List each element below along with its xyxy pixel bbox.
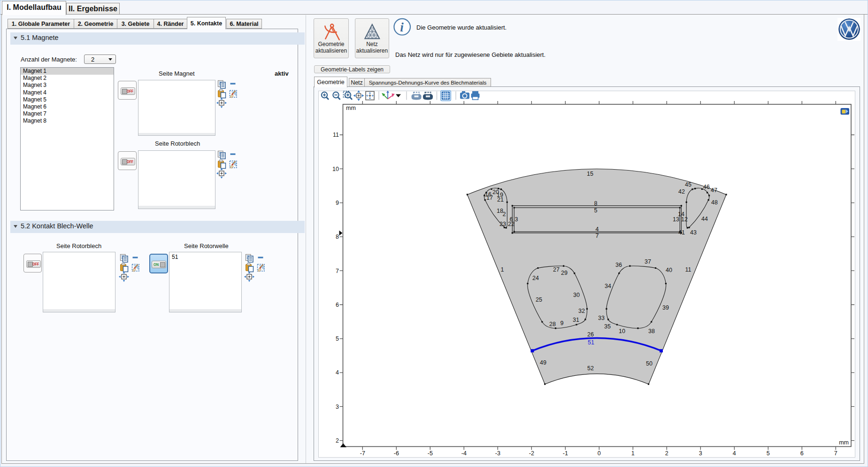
svg-text:-6: -6 — [394, 450, 399, 457]
svg-text:13: 13 — [673, 216, 679, 223]
svg-text:33: 33 — [598, 315, 605, 321]
svg-text:24: 24 — [532, 275, 539, 281]
svg-text:47: 47 — [711, 187, 717, 194]
svg-text:45: 45 — [685, 181, 691, 188]
svg-text:52: 52 — [587, 365, 594, 372]
svg-text:35: 35 — [604, 323, 611, 330]
svg-text:7: 7 — [336, 268, 339, 274]
svg-text:-7: -7 — [360, 450, 365, 457]
svg-text:8: 8 — [594, 200, 598, 207]
svg-text:mm: mm — [839, 439, 849, 446]
svg-text:44: 44 — [701, 216, 708, 222]
svg-text:30: 30 — [573, 292, 580, 298]
svg-text:39: 39 — [662, 304, 669, 311]
svg-text:2: 2 — [336, 437, 339, 444]
svg-text:6: 6 — [510, 216, 513, 223]
svg-text:26: 26 — [587, 331, 594, 338]
svg-text:5: 5 — [767, 450, 770, 457]
svg-text:-1: -1 — [563, 450, 568, 457]
svg-text:3: 3 — [515, 216, 518, 223]
svg-text:15: 15 — [587, 171, 593, 177]
svg-text:17: 17 — [486, 195, 493, 201]
svg-text:1: 1 — [631, 450, 635, 457]
svg-text:32: 32 — [578, 308, 585, 314]
svg-text:7: 7 — [834, 450, 837, 457]
svg-text:42: 42 — [678, 188, 685, 195]
svg-text:4: 4 — [596, 226, 599, 233]
svg-text:43: 43 — [690, 229, 697, 236]
svg-text:41: 41 — [678, 229, 685, 236]
svg-text:50: 50 — [646, 360, 653, 367]
svg-text:11: 11 — [333, 132, 339, 138]
svg-text:12: 12 — [681, 216, 688, 223]
svg-text:9: 9 — [336, 200, 339, 206]
svg-text:27: 27 — [553, 266, 560, 273]
svg-text:25: 25 — [536, 296, 542, 303]
svg-text:3: 3 — [699, 450, 702, 457]
svg-text:6: 6 — [336, 302, 339, 308]
svg-text:mm: mm — [346, 105, 356, 111]
svg-text:2: 2 — [503, 211, 506, 218]
svg-text:i: i — [400, 20, 404, 34]
svg-text:40: 40 — [666, 267, 672, 273]
svg-text:5: 5 — [336, 335, 339, 342]
svg-text:51: 51 — [588, 339, 594, 346]
svg-text:29: 29 — [561, 270, 568, 276]
svg-text:5: 5 — [594, 207, 598, 214]
svg-text:-4: -4 — [461, 450, 467, 457]
svg-text:10: 10 — [619, 328, 625, 335]
svg-text:28: 28 — [549, 321, 556, 327]
svg-text:4: 4 — [733, 450, 736, 457]
svg-text:8: 8 — [336, 234, 339, 240]
svg-text:2: 2 — [665, 450, 668, 457]
svg-text:21: 21 — [497, 196, 504, 203]
svg-text:1: 1 — [501, 266, 504, 273]
svg-text:49: 49 — [540, 359, 546, 366]
svg-text:-2: -2 — [529, 450, 534, 457]
svg-text:-3: -3 — [495, 450, 500, 457]
svg-text:4: 4 — [336, 369, 339, 376]
svg-text:34: 34 — [605, 283, 611, 289]
svg-text:48: 48 — [711, 199, 718, 206]
svg-text:31: 31 — [573, 317, 579, 323]
svg-text:11: 11 — [685, 266, 691, 273]
svg-text:7: 7 — [596, 233, 599, 239]
svg-text:10: 10 — [332, 166, 339, 172]
svg-text:46: 46 — [703, 184, 710, 190]
svg-text:36: 36 — [615, 262, 622, 268]
svg-text:37: 37 — [645, 258, 651, 265]
svg-text:3: 3 — [336, 404, 339, 410]
svg-text:9: 9 — [561, 320, 564, 327]
svg-text:23: 23 — [499, 221, 506, 227]
svg-text:6: 6 — [800, 450, 804, 457]
svg-text:0: 0 — [598, 450, 601, 457]
svg-text:38: 38 — [648, 328, 655, 335]
svg-text:-5: -5 — [428, 450, 433, 457]
